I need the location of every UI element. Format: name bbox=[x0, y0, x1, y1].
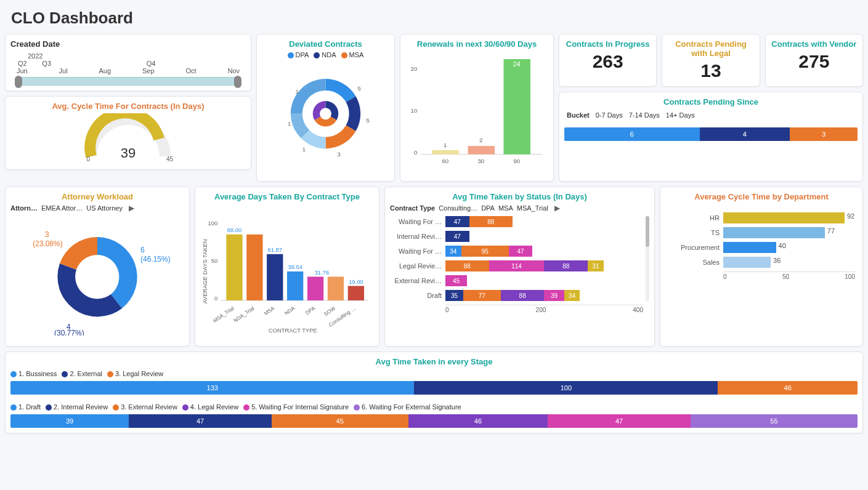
seg2-external[interactable]: 45 bbox=[272, 414, 408, 428]
svg-point-4 bbox=[320, 108, 331, 119]
seg2-wait-ext[interactable]: 55 bbox=[691, 414, 858, 428]
seg2-legal[interactable]: 46 bbox=[408, 414, 548, 428]
legend-14plus[interactable]: 14+ Days bbox=[666, 111, 695, 119]
cycle-dept-card: Average Cycle Time by Department HR 92 T… bbox=[660, 187, 863, 347]
svg-rect-38 bbox=[246, 235, 262, 300]
legend1-legal[interactable]: 3. Legal Review bbox=[115, 370, 163, 377]
svg-text:39: 39 bbox=[121, 145, 136, 161]
svg-text:0: 0 bbox=[414, 149, 417, 156]
slider-handle-left[interactable] bbox=[15, 76, 22, 88]
month-nov: Nov bbox=[227, 67, 240, 74]
scrollbar[interactable] bbox=[646, 216, 649, 301]
month-oct: Oct bbox=[185, 67, 196, 74]
svg-text:(23.08%): (23.08%) bbox=[33, 239, 63, 248]
svg-text:20: 20 bbox=[411, 65, 418, 72]
svg-text:NDA_Trial: NDA_Trial bbox=[232, 305, 256, 323]
svg-text:(30.77%): (30.77%) bbox=[54, 329, 84, 335]
svg-text:5: 5 bbox=[367, 117, 370, 124]
created-date-card: Created Date 2022 Q2 Q3 Q4 Jun Jul Aug S… bbox=[5, 34, 251, 91]
svg-rect-17 bbox=[504, 59, 531, 155]
dot-icon bbox=[113, 404, 119, 411]
svg-rect-39 bbox=[267, 254, 283, 300]
seg-7-14[interactable]: 4 bbox=[700, 127, 790, 141]
svg-text:SOW: SOW bbox=[323, 305, 336, 318]
stage-summary-card: Avg Time Taken in every Stage 1. Bussine… bbox=[5, 351, 863, 433]
kpi-pending-legal-value: 13 bbox=[667, 60, 754, 81]
seg-business[interactable]: 133 bbox=[10, 381, 414, 395]
stage-summary-title: Avg Time Taken in every Stage bbox=[10, 357, 858, 366]
legend2-legal[interactable]: 4. Legal Review bbox=[190, 403, 238, 411]
dot-icon bbox=[46, 404, 52, 411]
created-date-title: Created Date bbox=[10, 39, 246, 49]
tick-50: 50 bbox=[727, 273, 845, 280]
seg-0-7[interactable]: 6 bbox=[564, 127, 700, 141]
avg-time-status-title: Avg Time Taken by Status (In Days) bbox=[390, 192, 649, 201]
legend-msatrial[interactable]: MSA_Trial bbox=[517, 204, 548, 212]
legend-dpa2[interactable]: DPA bbox=[481, 204, 495, 212]
svg-text:3: 3 bbox=[337, 151, 340, 158]
seg2-wait-int[interactable]: 47 bbox=[548, 414, 691, 428]
legend-0-7[interactable]: 0-7 Days bbox=[596, 111, 623, 119]
dept-hr: HR bbox=[668, 214, 723, 222]
month-jul: Jul bbox=[59, 67, 68, 74]
legend2-draft[interactable]: 1. Draft bbox=[18, 403, 41, 411]
legend2-external[interactable]: 3. External Review bbox=[121, 403, 177, 411]
dept-hr-val: 92 bbox=[847, 212, 854, 223]
month-sep: Sep bbox=[142, 67, 155, 74]
legend2-wait-external[interactable]: 6. Waiting For External Signature bbox=[362, 403, 461, 411]
chevron-right-icon[interactable]: ▶ bbox=[126, 204, 137, 212]
slider-handle-right[interactable] bbox=[234, 76, 241, 88]
seg-legal[interactable]: 46 bbox=[718, 381, 858, 395]
svg-text:45: 45 bbox=[166, 156, 174, 163]
svg-text:60: 60 bbox=[442, 158, 448, 164]
legend1-external[interactable]: 2. External bbox=[70, 370, 102, 377]
status-row-internal: Internal Revi… bbox=[390, 233, 445, 240]
legend1-business[interactable]: 1. Bussiness bbox=[18, 370, 57, 377]
renewals-card: Renewals in next 30/60/90 Days 20 10 0 1… bbox=[400, 34, 554, 182]
tick-100: 100 bbox=[845, 273, 855, 280]
svg-rect-15 bbox=[432, 150, 460, 155]
dept-sales-val: 36 bbox=[773, 257, 781, 268]
svg-text:NDA: NDA bbox=[283, 305, 296, 316]
kpi-in-progress-title: Contracts In Progress bbox=[564, 39, 651, 49]
dot-icon bbox=[341, 52, 347, 58]
legend-7-14[interactable]: 7-14 Days bbox=[629, 111, 660, 119]
svg-text:CONTRACT TYPE: CONTRACT TYPE bbox=[269, 327, 317, 334]
seg2-internal[interactable]: 47 bbox=[129, 414, 272, 428]
seg2-draft[interactable]: 39 bbox=[10, 414, 129, 428]
kpi-pending-legal: Contracts Pending with Legal 13 bbox=[662, 34, 760, 87]
legend2-internal[interactable]: 2. Internal Review bbox=[54, 403, 108, 411]
year-label: 2022 bbox=[28, 52, 240, 60]
svg-text:1: 1 bbox=[295, 88, 298, 95]
dot-icon bbox=[314, 52, 320, 58]
deviated-contracts-card: Deviated Contracts DPA NDA MSA bbox=[256, 34, 395, 182]
dept-ts: TS bbox=[668, 229, 723, 236]
seg-14plus[interactable]: 3 bbox=[790, 127, 858, 141]
svg-text:(46.15%): (46.15%) bbox=[140, 255, 171, 263]
legend-nda[interactable]: NDA bbox=[322, 51, 336, 58]
svg-rect-43 bbox=[348, 286, 364, 301]
legend-us[interactable]: US Attorney bbox=[86, 204, 123, 212]
svg-text:6: 6 bbox=[140, 246, 145, 254]
pending-since-card: Contracts Pending Since Bucket 0-7 Days … bbox=[559, 92, 863, 182]
cycle-dept-title: Average Cycle Time by Department bbox=[665, 192, 858, 201]
quarter-q3: Q3 bbox=[42, 60, 51, 67]
deviated-legend: DPA NDA MSA bbox=[262, 51, 389, 58]
status-row-draft: Draft bbox=[390, 292, 445, 299]
date-range-slider[interactable] bbox=[17, 77, 240, 86]
chevron-right-icon[interactable]: ▶ bbox=[552, 204, 562, 212]
legend-dpa[interactable]: DPA bbox=[296, 51, 309, 58]
seg-external[interactable]: 100 bbox=[414, 381, 718, 395]
legend-msa[interactable]: MSA bbox=[349, 51, 364, 58]
legend-consulting[interactable]: Consulting… bbox=[439, 204, 477, 212]
svg-text:38.54: 38.54 bbox=[288, 263, 302, 270]
svg-text:2: 2 bbox=[479, 137, 482, 143]
avg-days-type-chart: AVERAGE DAYS TAKEN 100 50 0 88.00 61.87 … bbox=[200, 204, 374, 339]
legend2-wait-internal[interactable]: 5. Waiting For Internal Signature bbox=[251, 403, 349, 411]
deviated-title: Deviated Contracts bbox=[262, 39, 389, 49]
stage-bar-1: 133 100 46 bbox=[10, 381, 858, 395]
legend-emea[interactable]: EMEA Attor… bbox=[41, 204, 83, 212]
pending-since-bar: 6 4 3 bbox=[564, 127, 858, 141]
dot-icon bbox=[62, 371, 68, 377]
legend-msa2[interactable]: MSA bbox=[498, 204, 513, 212]
